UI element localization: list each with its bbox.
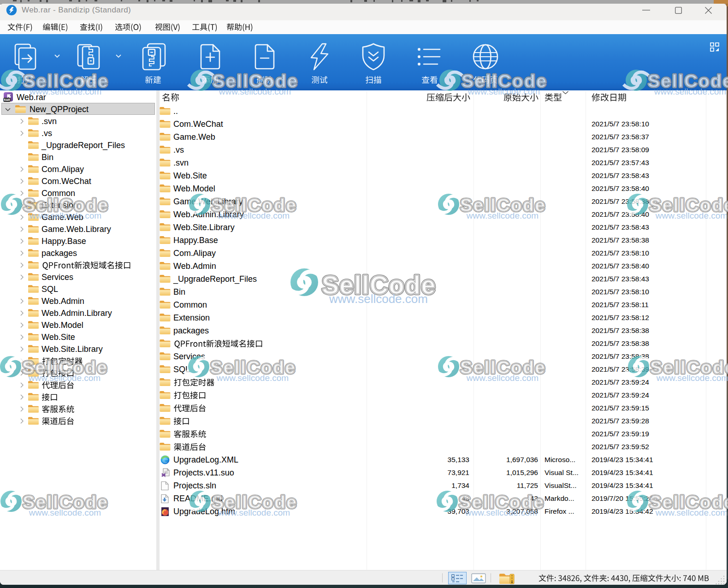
svg-text:www.sellcode.com: www.sellcode.com <box>28 373 101 383</box>
svg-text:www.sellcode.com: www.sellcode.com <box>219 87 291 96</box>
svg-text:www.sellcode.com: www.sellcode.com <box>329 292 428 306</box>
svg-text:RAR: RAR <box>4 98 10 101</box>
svg-text:www.sellcode.com: www.sellcode.com <box>218 508 290 517</box>
svg-text:www.sellcode.com: www.sellcode.com <box>656 373 728 383</box>
svg-text:www.sellcode.com: www.sellcode.com <box>466 211 539 220</box>
svg-text:www.sellcode.com: www.sellcode.com <box>468 87 540 96</box>
svg-text:www.sellcode.com: www.sellcode.com <box>29 87 101 96</box>
svg-text:www.sellcode.com: www.sellcode.com <box>217 211 290 220</box>
svg-text:www.sellcode.com: www.sellcode.com <box>29 211 101 220</box>
svg-text:www.sellcode.com: www.sellcode.com <box>655 508 728 517</box>
svg-text:www.sellcode.com: www.sellcode.com <box>216 373 289 383</box>
svg-text:www.sellcode.com: www.sellcode.com <box>466 373 539 383</box>
svg-text:www.sellcode.com: www.sellcode.com <box>654 87 726 96</box>
svg-text:www.sellcode.com: www.sellcode.com <box>655 211 728 220</box>
svg-text:www.sellcode.com: www.sellcode.com <box>465 508 537 517</box>
svg-text:www.sellcode.com: www.sellcode.com <box>29 508 101 517</box>
